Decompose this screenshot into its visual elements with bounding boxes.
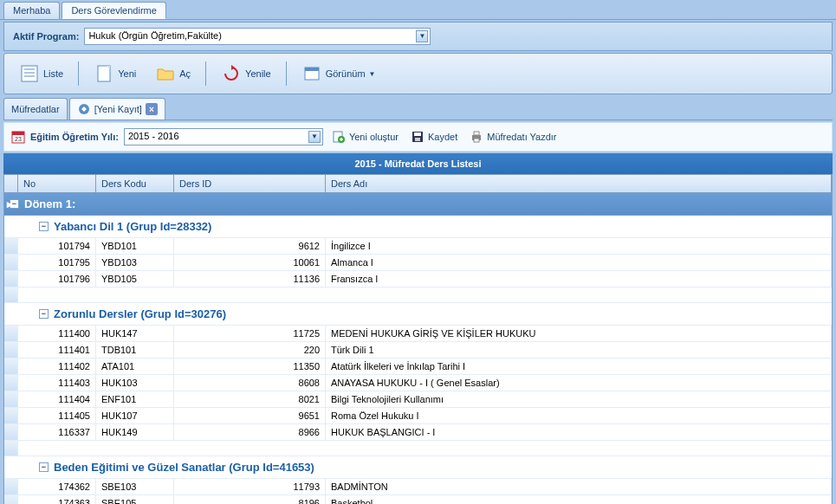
table-row[interactable]: 111405HUK1079651Roma Özel Hukuku I — [4, 408, 832, 424]
svg-rect-17 — [415, 138, 420, 141]
tab-ders-gorevlendirme[interactable]: Ders Görevlendirme — [62, 2, 165, 19]
group-title: Zorunlu Dersler (Grup Id=30276) — [54, 307, 226, 320]
tab-mufredatlar[interactable]: Müfredatlar — [3, 98, 68, 120]
table-row[interactable]: 101796YBD10511136Fransızca I — [4, 271, 832, 288]
spacer-row — [4, 441, 832, 456]
col-header-ders-id[interactable]: Ders ID — [174, 175, 326, 192]
svg-rect-16 — [414, 132, 421, 136]
cell-ders-adi: Fransızca I — [326, 271, 832, 287]
table-row[interactable]: 116337HUK1498966HUKUK BAŞLANGICI - I — [4, 424, 832, 441]
cell-no: 111400 — [51, 326, 96, 341]
chevron-down-icon[interactable]: ▼ — [308, 131, 321, 143]
group-title: Beden Eğitimi ve Güzel Sanatlar (Grup Id… — [54, 461, 314, 474]
tab-yeni-kayit[interactable]: [Yeni Kayıt] × — [69, 98, 165, 120]
cell-ders-kodu: ATA101 — [96, 359, 174, 374]
row-marker — [4, 238, 18, 254]
group-donem[interactable]: ▸ − Dönem 1: — [4, 193, 832, 216]
yeni-olustur-button[interactable]: Yeni oluştur — [328, 128, 402, 145]
cell-ders-adi: BADMİNTON — [326, 479, 832, 494]
svg-rect-4 — [98, 66, 110, 81]
group-header[interactable]: −Zorunlu Dersler (Grup Id=30276) — [4, 303, 832, 326]
cell-ders-id: 11793 — [174, 479, 326, 494]
cell-ders-adi: HUKUK BAŞLANGICI - I — [326, 424, 832, 440]
table-row[interactable]: 111403HUK1038608ANAYASA HUKUKU - I ( Gen… — [4, 375, 832, 391]
cell-ders-adi: Bilgi Teknolojileri Kullanımı — [326, 391, 832, 407]
cell-ders-adi: İngilizce I — [326, 238, 832, 254]
separator — [78, 61, 79, 86]
group-header[interactable]: −Yabancı Dil 1 (Grup Id=28332) — [4, 216, 832, 238]
year-bar: 23 Eğitim Öğretim Yılı: 2015 - 2016 ▼ Ye… — [3, 122, 833, 152]
svg-rect-11 — [12, 132, 24, 135]
tab-merhaba[interactable]: Merhaba — [3, 2, 60, 19]
refresh-icon — [221, 63, 242, 84]
cell-no: 101794 — [51, 238, 96, 254]
indent — [18, 391, 51, 407]
year-select[interactable]: 2015 - 2016 ▼ — [124, 128, 323, 145]
cell-ders-id: 11725 — [174, 326, 326, 341]
liste-button[interactable]: Liste — [11, 59, 71, 88]
table-row[interactable]: 174363SBE1058196Basketbol — [4, 495, 832, 504]
ac-button[interactable]: Aç — [147, 59, 198, 88]
new-icon — [94, 63, 114, 84]
table-row[interactable]: 111402ATA10111350Atatürk İlkeleri ve İnk… — [4, 359, 832, 375]
mufredati-yazdir-button[interactable]: Müfredatı Yazdır — [466, 128, 560, 145]
table-row[interactable]: 101795YBD10310061Almanca I — [4, 255, 832, 271]
cell-ders-kodu: HUK147 — [96, 326, 174, 341]
yenile-label: Yenile — [245, 68, 271, 79]
row-marker — [4, 359, 18, 374]
table-row[interactable]: 174362SBE10311793BADMİNTON — [4, 479, 832, 495]
row-marker — [4, 479, 18, 494]
table-row[interactable]: 111401TDB101220Türk Dili 1 — [4, 342, 832, 359]
cell-no: 101796 — [51, 271, 96, 287]
cell-no: 111402 — [51, 359, 96, 374]
row-marker — [4, 495, 18, 504]
chevron-down-icon[interactable]: ▼ — [416, 30, 428, 42]
row-marker — [4, 288, 18, 302]
col-header-no[interactable]: No — [18, 175, 96, 192]
cell-ders-kodu: HUK107 — [96, 408, 174, 423]
program-select[interactable]: Hukuk (Örgün Öğretim,Fakülte) ▼ — [84, 28, 431, 45]
col-header-ders-kodu[interactable]: Ders Kodu — [96, 175, 174, 192]
grid-body[interactable]: ▸ − Dönem 1: −Yabancı Dil 1 (Grup Id=283… — [3, 192, 833, 504]
svg-rect-20 — [474, 139, 479, 142]
svg-text:23: 23 — [15, 136, 22, 142]
gorunum-button[interactable]: Görünüm ▼ — [294, 59, 384, 88]
close-icon[interactable]: × — [146, 103, 158, 115]
cell-ders-adi: Atatürk İlkeleri ve İnkılap Tarihi I — [326, 359, 832, 374]
cell-ders-adi: Türk Dili 1 — [326, 342, 832, 358]
mufredati-yazdir-label: Müfredatı Yazdır — [487, 132, 556, 142]
table-row[interactable]: 111404ENF1018021Bilgi Teknolojileri Kull… — [4, 391, 832, 408]
add-icon — [332, 130, 346, 144]
indent — [18, 375, 51, 391]
collapse-icon[interactable]: − — [39, 222, 49, 231]
row-marker — [4, 424, 18, 440]
donem-label: Dönem 1: — [24, 197, 75, 210]
collapse-icon[interactable]: − — [39, 462, 49, 472]
separator — [205, 61, 206, 86]
row-marker — [4, 326, 18, 341]
yeni-kayit-label: [Yeni Kayıt] — [94, 104, 142, 114]
group-title: Yabancı Dil 1 (Grup Id=28332) — [54, 220, 211, 233]
collapse-icon[interactable]: − — [39, 309, 49, 319]
cell-ders-kodu: SBE105 — [96, 495, 174, 504]
svg-rect-19 — [474, 132, 479, 135]
kaydet-button[interactable]: Kaydet — [407, 128, 461, 145]
cell-ders-kodu: TDB101 — [96, 342, 174, 358]
yeni-button[interactable]: Yeni — [86, 59, 144, 88]
cell-ders-id: 10061 — [174, 255, 326, 270]
calendar-icon: 23 — [11, 130, 25, 144]
indent — [18, 271, 51, 287]
yeni-olustur-label: Yeni oluştur — [349, 132, 399, 142]
indent — [18, 326, 51, 341]
record-icon — [77, 102, 91, 116]
table-row[interactable]: 101794YBD1019612İngilizce I — [4, 238, 832, 255]
group-header[interactable]: −Beden Eğitimi ve Güzel Sanatlar (Grup I… — [4, 456, 832, 479]
table-row[interactable]: 111400HUK14711725MEDENİ HUKUKA GİRİŞ VE … — [4, 326, 832, 342]
cell-ders-id: 9612 — [174, 238, 326, 254]
indent — [18, 255, 51, 270]
col-header-ders-adi[interactable]: Ders Adı — [326, 175, 832, 192]
cell-ders-kodu: YBD101 — [96, 238, 174, 254]
cell-ders-kodu: YBD103 — [96, 255, 174, 270]
cell-ders-adi: ANAYASA HUKUKU - I ( Genel Esaslar) — [326, 375, 832, 391]
yenile-button[interactable]: Yenile — [213, 59, 279, 88]
